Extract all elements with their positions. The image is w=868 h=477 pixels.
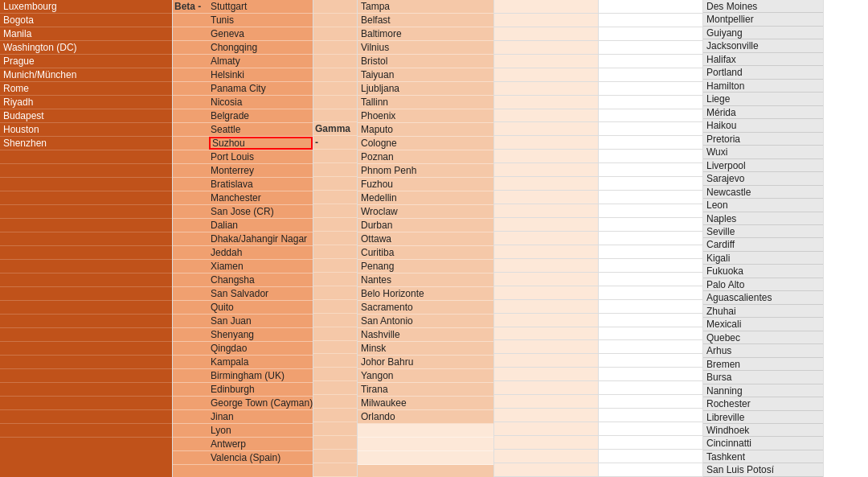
empty-cell: [599, 422, 702, 436]
gray-city: Des Moines: [703, 0, 823, 13]
empty-cell: [599, 245, 702, 259]
empty-cell: [599, 354, 702, 368]
gamma-label-cell: [313, 300, 357, 314]
empty-cell: [599, 177, 702, 191]
gray-city: Kigali: [703, 252, 823, 265]
empty-cell: [599, 27, 702, 41]
gamma-city: Ljubljana: [358, 82, 493, 96]
alpha-city: Bogota: [0, 14, 172, 27]
alpha-city: [0, 178, 172, 191]
beta-row: Nicosia: [173, 96, 313, 109]
empty-cell: [599, 436, 702, 450]
alpha-city: Prague: [0, 55, 172, 68]
beta-label: [173, 232, 209, 245]
empty-cell: [494, 109, 598, 123]
gamma-label-cell: [313, 163, 357, 177]
empty-cell: [494, 354, 598, 368]
gamma-city: [358, 424, 493, 438]
gamma-city: Phnom Penh: [358, 164, 493, 178]
beta-row: Helsinki: [173, 68, 313, 82]
empty-col-2: [599, 0, 703, 477]
beta-label: [173, 68, 209, 81]
empty-cell: [599, 14, 702, 27]
gamma-label-cell: [313, 177, 357, 191]
empty-cell: [599, 218, 702, 232]
empty-cell: [494, 0, 598, 14]
beta-city: Almaty: [209, 55, 313, 68]
beta-row: Geneva: [173, 27, 313, 41]
empty-cell: [494, 41, 598, 55]
gray-city: Mérida: [703, 106, 823, 119]
alpha-city: Munich/München: [0, 68, 172, 82]
beta-city: San Salvador: [209, 287, 313, 300]
gray-city: San Luis Potosí: [703, 463, 823, 476]
beta-label: [173, 14, 209, 27]
empty-cell: [494, 395, 598, 409]
empty-cell: [494, 232, 598, 245]
empty-cell: [494, 177, 598, 191]
beta-row: Shenyang: [173, 328, 313, 342]
gray-city: Mexicali: [703, 318, 823, 331]
empty-cell: [599, 450, 702, 463]
empty-cell: [494, 96, 598, 109]
gray-city: Libreville: [703, 411, 823, 424]
alpha-city: Budapest: [0, 109, 172, 123]
beta-label: [173, 342, 209, 355]
gamma-label-cell: [313, 422, 357, 436]
gray-city: Cardiff: [703, 238, 823, 251]
beta-label: [173, 287, 209, 300]
beta-label: [173, 301, 209, 314]
gamma-city: Yangon: [358, 369, 493, 383]
beta-label: [173, 328, 209, 341]
gamma-city: Taiyuan: [358, 68, 493, 82]
beta-row: Panama City: [173, 82, 313, 96]
gray-city: Fukuoka: [703, 265, 823, 278]
gamma-label-cell: [313, 27, 357, 41]
gamma-city: Nantes: [358, 273, 493, 287]
gamma-label-cell: [313, 245, 357, 259]
gamma-label-cell: [313, 150, 357, 163]
beta-row: Changsha: [173, 273, 313, 287]
empty-cell: [599, 0, 702, 14]
gamma-label-cell: [313, 450, 357, 463]
empty-cell: [599, 163, 702, 177]
alpha-city: [0, 342, 172, 356]
beta-row: Suzhou: [173, 137, 313, 150]
empty-cell: [599, 150, 702, 163]
empty-cell: [599, 232, 702, 245]
gray-city: Tashkent: [703, 450, 823, 463]
beta-city: Valencia (Spain): [209, 451, 313, 464]
empty-cell: [494, 273, 598, 286]
gamma-city: Baltimore: [358, 27, 493, 41]
alpha-city: [0, 328, 172, 342]
empty-cell: [494, 27, 598, 41]
beta-city: Bratislava: [209, 178, 313, 191]
gamma-label-cell: [313, 368, 357, 381]
beta-row: San Jose (CR): [173, 205, 313, 219]
beta-label: [173, 451, 209, 464]
gray-city: Arhus: [703, 344, 823, 357]
empty-cell: [494, 68, 598, 82]
empty-cell: [599, 273, 702, 286]
gamma-city: Fuzhou: [358, 178, 493, 191]
main-container: LuxembourgBogotaManilaWashington (DC)Pra…: [0, 0, 868, 477]
gamma-city: Belfast: [358, 14, 493, 27]
gamma-label-cell: [313, 273, 357, 286]
empty-cell: [599, 395, 702, 409]
empty-cell: [494, 122, 598, 136]
alpha-city: [0, 260, 172, 273]
beta-row: Port Louis: [173, 150, 313, 164]
beta-label: [173, 191, 209, 204]
alpha-city: [0, 397, 172, 410]
beta-city: Lyon: [209, 424, 313, 437]
gamma-city: Penang: [358, 260, 493, 273]
gray-city: Halifax: [703, 53, 823, 66]
beta-label: [173, 178, 209, 191]
gamma-city: Orlando: [358, 410, 493, 424]
beta-city: Xiamen: [209, 260, 313, 273]
gamma-label-cell: [313, 68, 357, 82]
empty-cell: [599, 55, 702, 68]
beta-city: Panama City: [209, 82, 313, 95]
alpha-city: Houston: [0, 123, 172, 137]
gray-city: Guiyang: [703, 27, 823, 39]
